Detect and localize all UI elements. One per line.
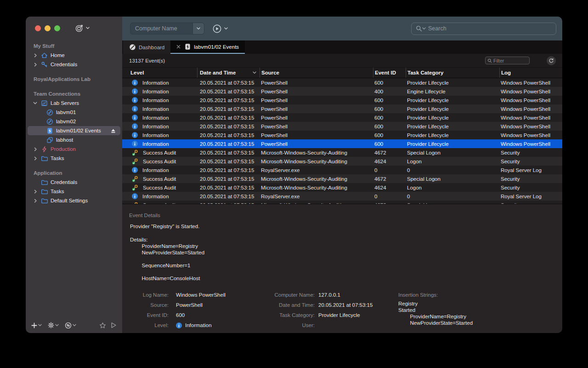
table-row[interactable]: Success Audit20.05.2021 at 07:53:15Micro… xyxy=(122,174,562,183)
connect-button[interactable] xyxy=(111,322,117,328)
table-row[interactable]: Information20.05.2021 at 07:53:15RoyalSe… xyxy=(122,166,562,174)
app-action-menu[interactable] xyxy=(75,24,90,33)
section-title-my-stuff: My Stuff xyxy=(26,41,122,51)
table-row[interactable]: Information20.05.2021 at 07:53:15PowerSh… xyxy=(122,96,562,104)
date-cell: 20.05.2021 at 07:53:15 xyxy=(197,194,260,199)
task-category-cell: Provider Lifecycle xyxy=(406,98,499,103)
search-input[interactable] xyxy=(428,25,552,32)
sidebar-item-labhost[interactable]: labhost xyxy=(26,135,122,144)
level-label: Information xyxy=(142,89,169,94)
sidebar-item-label: labvm01/02 Events xyxy=(56,128,101,133)
sidebar-item-label: labhost xyxy=(56,137,73,143)
chevron-down-icon[interactable] xyxy=(32,101,39,105)
table-row[interactable]: Information20.05.2021 at 07:53:15PowerSh… xyxy=(122,78,562,87)
sidebar-item-tasks[interactable]: Tasks xyxy=(26,154,122,163)
filter-field[interactable] xyxy=(485,57,530,64)
event-message: Provider "Registry" is Started. xyxy=(130,224,199,229)
chevron-down-icon[interactable] xyxy=(192,23,204,34)
close-icon[interactable] xyxy=(176,45,181,49)
chevron-right-icon[interactable] xyxy=(32,63,39,67)
app-window: My StuffHomeCredentialsRoyalApplications… xyxy=(26,17,562,333)
favorites-button[interactable] xyxy=(99,322,106,329)
task-category-cell: Provider Lifecycle xyxy=(406,124,499,129)
table-row[interactable]: Information20.05.2021 at 07:53:15PowerSh… xyxy=(122,131,562,139)
info-icon xyxy=(132,167,138,173)
tab-dashboard[interactable]: Dashboard xyxy=(123,40,170,54)
add-connection-button[interactable] xyxy=(31,322,42,328)
table-row[interactable]: Information20.05.2021 at 07:53:15RoyalSe… xyxy=(122,192,562,201)
minimize-window-button[interactable] xyxy=(45,25,51,31)
details-field-label: Computer Name: xyxy=(239,292,315,298)
table-row[interactable]: Information20.05.2021 at 07:53:15PowerSh… xyxy=(122,139,562,148)
column-header-label: Log xyxy=(501,70,511,75)
tab-labvm01-02-events[interactable]: labvm01/02 Events xyxy=(170,40,245,54)
column-header-label: Date and Time xyxy=(200,70,236,75)
chevron-right-icon[interactable] xyxy=(32,53,39,58)
source-cell: RoyalServer.exe xyxy=(260,194,373,199)
details-field-computer-name: Computer Name:127.0.0.1 xyxy=(239,290,373,300)
sidebar-item-label: Credentials xyxy=(51,179,77,185)
table-row[interactable]: Success Audit20.05.2021 at 07:53:15Micro… xyxy=(122,201,562,204)
sidebar-item-home[interactable]: Home xyxy=(26,51,122,60)
event-table: Information20.05.2021 at 07:53:15PowerSh… xyxy=(122,78,562,204)
eject-icon[interactable] xyxy=(110,128,116,134)
actions-button[interactable] xyxy=(65,322,76,329)
column-header-source[interactable]: Source xyxy=(260,68,373,78)
event-details-text: Details: ProviderName=Registry NewProvid… xyxy=(130,236,204,282)
sidebar-item-credentials[interactable]: Credentials xyxy=(26,178,122,187)
table-row[interactable]: Information20.05.2021 at 07:53:15PowerSh… xyxy=(122,122,562,131)
chevron-right-icon[interactable] xyxy=(32,156,39,161)
close-window-button[interactable] xyxy=(35,25,41,31)
info-icon xyxy=(132,88,138,94)
sidebar-item-default-settings[interactable]: Default Settings xyxy=(26,196,122,205)
table-row[interactable]: Success Audit20.05.2021 at 07:53:15Micro… xyxy=(122,183,562,192)
event-id-cell: 4672 xyxy=(373,150,406,155)
source-cell: PowerShell xyxy=(260,89,373,94)
date-cell: 20.05.2021 at 07:53:15 xyxy=(197,167,260,173)
column-header-task-category[interactable]: Task Category xyxy=(406,68,499,78)
column-header-date-and-time[interactable]: Date and Time xyxy=(197,68,260,78)
column-header-level[interactable]: Level xyxy=(122,68,197,78)
details-field-text: Information xyxy=(185,322,212,328)
chevron-right-icon[interactable] xyxy=(32,147,39,151)
sidebar-item-labvm02[interactable]: labvm02 xyxy=(26,117,122,126)
info-icon xyxy=(132,141,138,147)
level-cell: Success Audit xyxy=(122,158,197,165)
table-row[interactable]: Information20.05.2021 at 07:53:15PowerSh… xyxy=(122,87,562,96)
details-fields-middle: Computer Name:127.0.0.1Date and Time:20.… xyxy=(239,290,373,330)
level-cell: Information xyxy=(122,132,197,138)
column-header-log[interactable]: Log xyxy=(499,68,562,78)
table-row[interactable]: Information20.05.2021 at 07:53:15PowerSh… xyxy=(122,104,562,113)
settings-button[interactable] xyxy=(48,322,59,328)
info-icon xyxy=(132,106,138,112)
table-row[interactable]: Success Audit20.05.2021 at 07:53:15Micro… xyxy=(122,157,562,166)
sidebar-item-tasks[interactable]: Tasks xyxy=(26,187,122,196)
refresh-button[interactable] xyxy=(547,56,556,65)
home-icon xyxy=(40,52,48,59)
sidebar-item-production[interactable]: Production xyxy=(26,144,122,154)
log-cell: Windows PowerShell xyxy=(499,80,562,86)
event-count-label: 13137 Event(s) xyxy=(129,58,165,63)
sidebar-item-credentials[interactable]: Credentials xyxy=(26,60,122,69)
search-field[interactable] xyxy=(411,23,556,35)
table-row[interactable]: Success Audit20.05.2021 at 07:53:15Micro… xyxy=(122,148,562,157)
sidebar-item-lab-servers[interactable]: Lab Servers xyxy=(26,98,122,108)
chevron-right-icon[interactable] xyxy=(32,190,39,194)
chevron-right-icon[interactable] xyxy=(32,199,39,203)
sidebar-item-label: Tasks xyxy=(51,155,64,161)
plus-icon xyxy=(31,322,37,328)
task-category-cell: Special Logon xyxy=(406,176,499,182)
event-id-cell: 400 xyxy=(373,89,406,94)
sidebar-item-labvm01-02-events[interactable]: labvm01/02 Events xyxy=(28,126,120,135)
filter-input[interactable] xyxy=(493,58,527,63)
task-category-cell: Logon xyxy=(406,185,499,190)
sidebar-item-labvm01[interactable]: labvm01 xyxy=(26,108,122,117)
computer-name-combobox[interactable]: Computer Name xyxy=(130,23,204,34)
source-cell: Microsoft-Windows-Security-Auditing xyxy=(260,185,373,190)
zoom-window-button[interactable] xyxy=(54,25,60,31)
column-header-event-id[interactable]: Event ID xyxy=(373,68,406,78)
table-row[interactable]: Information20.05.2021 at 07:53:15PowerSh… xyxy=(122,113,562,122)
connect-split-button[interactable] xyxy=(213,24,228,33)
table-header: LevelDate and TimeSourceEvent IDTask Cat… xyxy=(122,67,562,78)
date-cell: 20.05.2021 at 07:53:15 xyxy=(197,124,260,129)
